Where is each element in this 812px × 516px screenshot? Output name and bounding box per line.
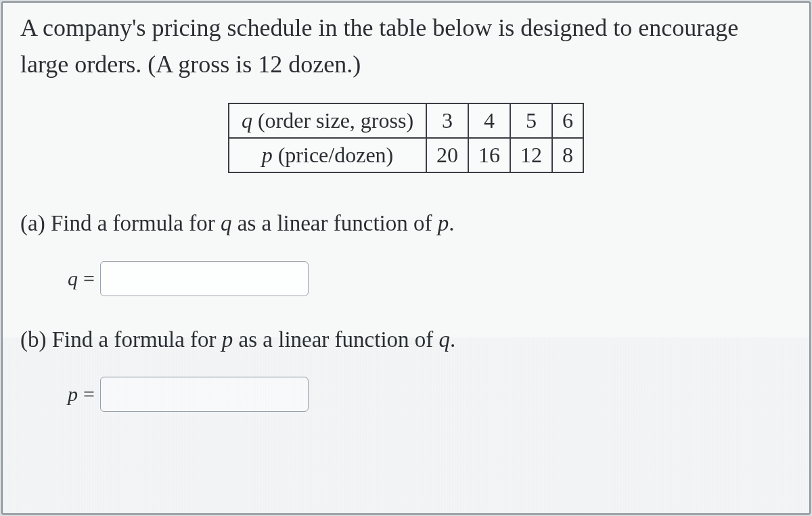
part-a-input[interactable]: [100, 261, 309, 296]
cell-q-2: 5: [510, 103, 552, 138]
part-b-prompt: (b) Find a formula for p as a linear fun…: [20, 323, 792, 357]
pricing-table-wrap: q (order size, gross) 3 4 5 6 p (price/d…: [20, 103, 792, 173]
part-a-answer-row: q =: [68, 261, 792, 296]
cell-p-2: 12: [510, 138, 552, 172]
question-page: A company's pricing schedule in the tabl…: [1, 1, 811, 515]
problem-intro: A company's pricing schedule in the tabl…: [20, 9, 792, 83]
table-row: q (order size, gross) 3 4 5 6: [229, 103, 583, 138]
cell-p-0: 20: [426, 138, 468, 172]
cell-p-1: 16: [468, 138, 510, 172]
cell-q-0: 3: [426, 103, 468, 138]
equals-sign: =: [83, 383, 95, 406]
part-b-input[interactable]: [100, 377, 309, 412]
equals-sign: =: [83, 267, 95, 290]
pricing-table: q (order size, gross) 3 4 5 6 p (price/d…: [228, 103, 584, 173]
row-header-q: q (order size, gross): [229, 103, 426, 138]
cell-p-3: 8: [552, 138, 583, 172]
part-a-var-label: q: [68, 267, 78, 290]
cell-q-3: 6: [552, 103, 583, 138]
part-b-answer-row: p =: [68, 377, 792, 412]
row-header-p: p (price/dozen): [229, 138, 426, 172]
screen-moire-overlay: [3, 337, 809, 513]
part-a-prompt: (a) Find a formula for q as a linear fun…: [20, 207, 792, 241]
cell-q-1: 4: [468, 103, 510, 138]
table-row: p (price/dozen) 20 16 12 8: [229, 138, 583, 172]
part-b-var-label: p: [68, 383, 78, 406]
